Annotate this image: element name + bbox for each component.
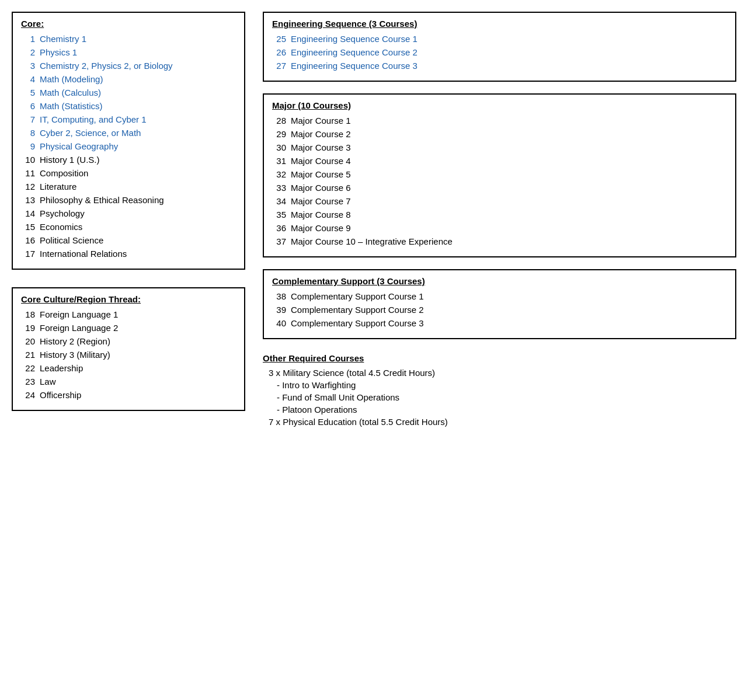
list-item: 40Complementary Support Course 3 [272, 316, 727, 330]
main-layout: Core: 1Chemistry 12Physics 13Chemistry 2… [12, 12, 736, 430]
list-item: 29Major Course 2 [272, 127, 727, 141]
course-number: 33 [272, 183, 286, 193]
list-item: 16Political Science [21, 234, 236, 247]
course-label: Math (Statistics) [40, 101, 103, 111]
list-item: 17International Relations [21, 247, 236, 260]
course-number: 2 [21, 47, 35, 57]
course-label: Psychology [40, 208, 85, 218]
left-column: Core: 1Chemistry 12Physics 13Chemistry 2… [12, 12, 245, 411]
course-label: Chemistry 2, Physics 2, or Biology [40, 61, 173, 71]
course-number: 13 [21, 195, 35, 205]
course-label: Officership [40, 390, 81, 400]
course-number: 1 [21, 34, 35, 44]
other-title: Other Required Courses [263, 353, 736, 363]
course-label: Major Course 9 [291, 223, 351, 233]
list-item: 25Engineering Sequence Course 1 [272, 32, 727, 46]
course-label: Law [40, 377, 56, 386]
course-number: 28 [272, 116, 286, 126]
complementary-box: Complementary Support (3 Courses) 38Comp… [263, 269, 736, 339]
list-item: 13Philosophy & Ethical Reasoning [21, 193, 236, 207]
culture-items-container: 18Foreign Language 119Foreign Language 2… [21, 308, 236, 402]
list-item: 15Economics [21, 220, 236, 234]
course-number: 37 [272, 236, 286, 246]
core-title: Core: [21, 19, 236, 29]
list-item: 34Major Course 7 [272, 194, 727, 208]
list-item: 11Composition [21, 166, 236, 180]
course-label: Math (Calculus) [40, 88, 101, 97]
list-item: 21History 3 (Military) [21, 348, 236, 361]
course-label: Complementary Support Course 1 [291, 291, 424, 301]
course-number: 30 [272, 142, 286, 152]
course-label: Philosophy & Ethical Reasoning [40, 195, 164, 205]
course-number: 34 [272, 196, 286, 206]
course-label: Engineering Sequence Course 3 [291, 61, 418, 71]
list-item: 9Physical Geography [21, 140, 236, 153]
list-item: 33Major Course 6 [272, 181, 727, 194]
course-label: Major Course 2 [291, 129, 351, 139]
list-item: - Platoon Operations [263, 403, 736, 416]
right-column: Engineering Sequence (3 Courses) 25Engin… [263, 12, 736, 430]
list-item: 4Math (Modeling) [21, 72, 236, 86]
course-label: History 3 (Military) [40, 350, 110, 360]
course-label: Complementary Support Course 2 [291, 305, 424, 315]
course-label: IT, Computing, and Cyber 1 [40, 114, 147, 124]
course-label: Major Course 10 – Integrative Experience [291, 236, 453, 246]
course-label: Cyber 2, Science, or Math [40, 128, 141, 138]
engineering-items-container: 25Engineering Sequence Course 126Enginee… [272, 32, 727, 72]
list-item: 5Math (Calculus) [21, 86, 236, 99]
list-item: 1Chemistry 1 [21, 32, 236, 46]
course-label: Major Course 8 [291, 210, 351, 220]
course-number: 18 [21, 309, 35, 319]
course-label: Foreign Language 2 [40, 323, 118, 333]
course-number: 16 [21, 235, 35, 245]
list-item: - Fund of Small Unit Operations [263, 391, 736, 403]
list-item: 22Leadership [21, 361, 236, 375]
course-label: History 2 (Region) [40, 336, 110, 346]
engineering-title: Engineering Sequence (3 Courses) [272, 19, 727, 29]
list-item: 20History 2 (Region) [21, 335, 236, 348]
course-number: 40 [272, 318, 286, 328]
other-pe-line: 7 x Physical Education (total 5.5 Credit… [263, 416, 736, 428]
course-label: Major Course 1 [291, 116, 351, 126]
course-label: Composition [40, 168, 88, 178]
list-item: 6Math (Statistics) [21, 99, 236, 113]
course-number: 14 [21, 208, 35, 218]
major-items-container: 28Major Course 129Major Course 230Major … [272, 114, 727, 248]
course-label: Engineering Sequence Course 2 [291, 47, 418, 57]
list-item: 23Law [21, 375, 236, 388]
course-number: 5 [21, 88, 35, 97]
list-item: 3Chemistry 2, Physics 2, or Biology [21, 59, 236, 72]
course-label: Major Course 6 [291, 183, 351, 193]
course-label: Major Course 5 [291, 169, 351, 179]
course-number: 23 [21, 377, 35, 386]
complementary-items-container: 38Complementary Support Course 139Comple… [272, 290, 727, 330]
list-item: 27Engineering Sequence Course 3 [272, 59, 727, 72]
list-item: 32Major Course 5 [272, 168, 727, 181]
course-label: Math (Modeling) [40, 74, 103, 84]
course-number: 8 [21, 128, 35, 138]
course-number: 27 [272, 61, 286, 71]
engineering-box: Engineering Sequence (3 Courses) 25Engin… [263, 12, 736, 82]
course-number: 32 [272, 169, 286, 179]
list-item: 36Major Course 9 [272, 221, 727, 235]
course-number: 26 [272, 47, 286, 57]
list-item: 35Major Course 8 [272, 208, 727, 221]
course-number: 20 [21, 336, 35, 346]
list-item: 39Complementary Support Course 2 [272, 303, 727, 316]
culture-title: Core Culture/Region Thread: [21, 294, 236, 304]
list-item: 38Complementary Support Course 1 [272, 290, 727, 303]
other-section: Other Required Courses 3 x Military Scie… [263, 351, 736, 430]
major-title: Major (10 Courses) [272, 100, 727, 110]
course-label: Major Course 3 [291, 142, 351, 152]
course-label: Major Course 4 [291, 156, 351, 166]
list-item: 7IT, Computing, and Cyber 1 [21, 113, 236, 126]
course-label: Literature [40, 182, 76, 191]
core-box: Core: 1Chemistry 12Physics 13Chemistry 2… [12, 12, 245, 270]
course-label: Physics 1 [40, 47, 77, 57]
course-label: Complementary Support Course 3 [291, 318, 424, 328]
course-number: 3 [21, 61, 35, 71]
course-label: Foreign Language 1 [40, 309, 118, 319]
course-label: International Relations [40, 249, 127, 259]
course-number: 15 [21, 222, 35, 232]
list-item: 10History 1 (U.S.) [21, 153, 236, 166]
